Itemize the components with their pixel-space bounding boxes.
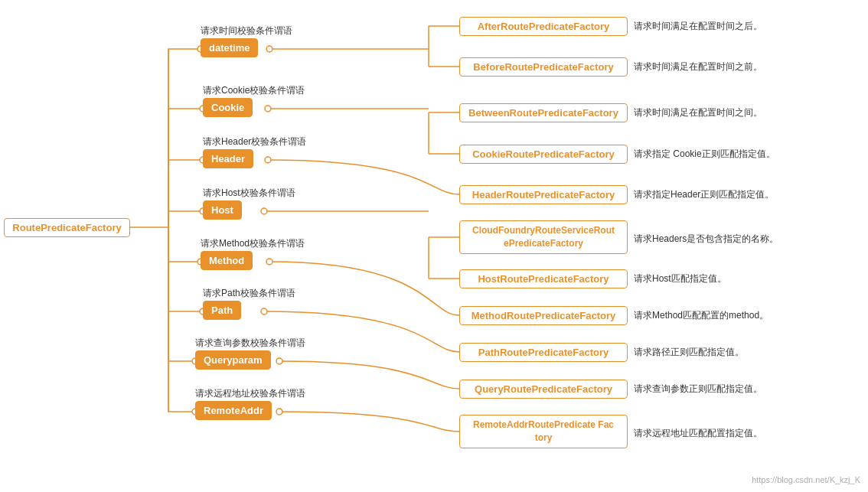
header-box: Header xyxy=(203,149,253,168)
cloudfoundry-desc: 请求Headers是否包含指定的名称。 xyxy=(634,233,778,246)
path-desc: 请求Path校验条件谓语 xyxy=(203,287,295,300)
svg-point-15 xyxy=(276,409,282,415)
host-box: Host xyxy=(203,200,242,220)
branch-cookie: 请求Cookie校验条件谓语 Cookie xyxy=(203,98,253,117)
root-box: RoutePredicateFactory xyxy=(4,218,129,237)
datetime-desc: 请求时间校验条件谓语 xyxy=(201,24,292,37)
connector-lines xyxy=(0,0,868,492)
path-leaf-box: PathRoutePredicateFactory xyxy=(459,343,628,362)
remoteaddr-leaf-box: RemoteAddrRoutePredicate Factory xyxy=(459,415,628,448)
svg-point-9 xyxy=(265,106,271,112)
before-desc: 请求时间满足在配置时间之前。 xyxy=(634,60,762,73)
leaf-header: HeaderRoutePredicateFactory xyxy=(459,184,628,205)
query-leaf-box: QueryRoutePredicateFactory xyxy=(459,380,628,399)
branch-method: 请求Method校验条件谓语 Method xyxy=(201,251,253,270)
queryparam-desc: 请求查询参数校验条件谓语 xyxy=(195,337,305,350)
remoteaddr-box: RemoteAddr xyxy=(195,401,272,420)
remoteaddr-leaf-desc: 请求远程地址匹配配置指定值。 xyxy=(634,427,762,440)
root-node: RoutePredicateFactory xyxy=(11,216,122,239)
after-box: AfterRoutePredicateFactory xyxy=(459,17,628,36)
path-leaf-desc: 请求路径正则匹配指定值。 xyxy=(634,346,744,359)
leaf-host: HostRoutePredicateFactory xyxy=(459,268,628,289)
cookie-desc: 请求Cookie校验条件谓语 xyxy=(203,84,305,97)
before-box: BeforeRoutePredicateFactory xyxy=(459,57,628,77)
svg-point-8 xyxy=(266,46,272,52)
watermark: https://blog.csdn.net/K_kzj_K xyxy=(752,475,860,484)
svg-point-12 xyxy=(266,259,272,265)
header-leaf-desc: 请求指定Header正则匹配指定值。 xyxy=(634,188,774,201)
branch-remoteaddr: 请求远程地址校验条件谓语 RemoteAddr xyxy=(195,401,272,420)
cookie-leaf-box: CookieRoutePredicateFactory xyxy=(459,145,628,164)
svg-point-14 xyxy=(276,358,282,364)
branch-datetime: 请求时间校验条件谓语 datetime xyxy=(201,38,258,57)
branch-queryparam: 请求查询参数校验条件谓语 Queryparam xyxy=(195,350,271,370)
leaf-before: BeforeRoutePredicateFactory xyxy=(459,56,628,77)
svg-point-11 xyxy=(261,208,267,214)
header-desc: 请求Header校验条件谓语 xyxy=(203,135,306,148)
branch-path: 请求Path校验条件谓语 Path xyxy=(203,301,241,320)
leaf-remoteaddr: RemoteAddrRoutePredicate Factory xyxy=(459,415,628,448)
leaf-path: PathRoutePredicateFactory xyxy=(459,341,628,363)
svg-point-10 xyxy=(265,157,271,163)
diagram-container: RoutePredicateFactory 请求时间校验条件谓语 datetim… xyxy=(0,0,868,492)
method-box: Method xyxy=(201,251,253,270)
between-box: BetweenRoutePredicateFactory xyxy=(459,103,628,122)
cookie-box: Cookie xyxy=(203,98,253,117)
after-desc: 请求时间满足在配置时间之后。 xyxy=(634,20,762,33)
method-desc: 请求Method校验条件谓语 xyxy=(201,237,305,250)
path-box: Path xyxy=(203,301,241,320)
leaf-cookie: CookieRoutePredicateFactory xyxy=(459,143,628,165)
cookie-leaf-desc: 请求指定 Cookie正则匹配指定值。 xyxy=(634,148,775,161)
host-leaf-desc: 请求Host匹配指定值。 xyxy=(634,272,726,285)
branch-host: 请求Host校验条件谓语 Host xyxy=(203,200,242,220)
svg-point-13 xyxy=(261,308,267,314)
datetime-box: datetime xyxy=(201,38,258,57)
method-leaf-box: MethodRoutePredicateFactory xyxy=(459,306,628,325)
host-leaf-box: HostRoutePredicateFactory xyxy=(459,269,628,288)
leaf-query: QueryRoutePredicateFactory xyxy=(459,378,628,399)
method-leaf-desc: 请求Method匹配配置的method。 xyxy=(634,309,768,322)
queryparam-box: Queryparam xyxy=(195,350,271,370)
leaf-method: MethodRoutePredicateFactory xyxy=(459,305,628,326)
host-desc: 请求Host校验条件谓语 xyxy=(203,187,295,200)
query-leaf-desc: 请求查询参数正则匹配指定值。 xyxy=(634,383,762,396)
leaf-cloudfoundry: CloudFoundryRouteServiceRoutePredicateFa… xyxy=(459,220,628,254)
leaf-after: AfterRoutePredicateFactory xyxy=(459,15,628,37)
leaf-between: BetweenRoutePredicateFactory xyxy=(459,102,628,123)
between-desc: 请求时间满足在配置时间之间。 xyxy=(634,106,762,119)
header-leaf-box: HeaderRoutePredicateFactory xyxy=(459,185,628,204)
branch-header: 请求Header校验条件谓语 Header xyxy=(203,149,253,168)
cloudfoundry-box: CloudFoundryRouteServiceRoutePredicateFa… xyxy=(459,220,628,254)
remoteaddr-desc: 请求远程地址校验条件谓语 xyxy=(195,387,305,400)
